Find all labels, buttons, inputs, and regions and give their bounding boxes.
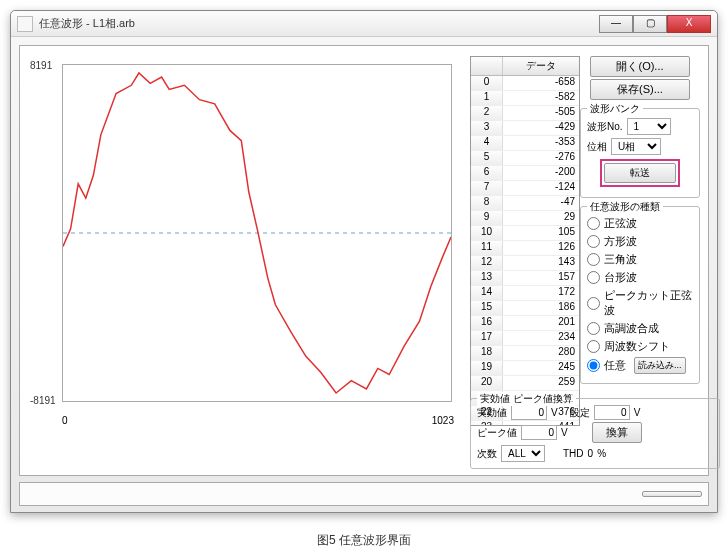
maximize-button[interactable]: ▢ [633,15,667,33]
table-row[interactable]: 14172 [471,286,579,301]
table-row[interactable]: 10105 [471,226,579,241]
open-button[interactable]: 開く(O)... [590,56,690,77]
window-title: 任意波形 - L1相.arb [39,16,599,31]
save-button[interactable]: 保存(S)... [590,79,690,100]
thd-label: THD [563,448,584,459]
peak-label: ピーク値 [477,426,517,440]
table-row[interactable]: 15186 [471,301,579,316]
table-row[interactable]: 2-505 [471,106,579,121]
wave-type-title: 任意波形の種類 [587,200,663,214]
rms-panel: 実効値 ピーク値換算 実効値 V 設定 V ピーク値 V 換算 次数 [470,390,720,469]
phase-label: 位相 [587,140,607,154]
minimize-button[interactable]: — [599,15,633,33]
client-area: 8191 -8191 0 1023 データ 0-6581-5822-5053-4… [19,45,709,476]
peak-unit: V [561,427,568,438]
table-row[interactable]: 20259 [471,376,579,391]
thd-pct: % [597,448,606,459]
y-max-label: 8191 [30,60,52,71]
table-row[interactable]: 5-276 [471,151,579,166]
table-row[interactable]: 12143 [471,256,579,271]
right-panel: 開く(O)... 保存(S)... 波形バンク 波形No. 1 位相 U相 転送… [580,54,700,384]
thd-value: 0 [588,448,594,459]
table-row[interactable]: 8-47 [471,196,579,211]
app-window: 任意波形 - L1相.arb — ▢ X 8191 -8191 0 1023 デ… [10,10,718,513]
rms-unit: V [551,407,558,418]
calc-button[interactable]: 換算 [592,422,642,443]
x-min-label: 0 [62,415,68,426]
table-row[interactable]: 929 [471,211,579,226]
set-unit: V [634,407,641,418]
wave-bank-group: 波形バンク 波形No. 1 位相 U相 転送 [580,108,700,198]
chart-canvas [62,64,452,402]
load-button[interactable]: 読み込み... [634,357,686,374]
set-input[interactable] [594,405,630,420]
table-row[interactable]: 16201 [471,316,579,331]
wavetype-option[interactable]: 任意読み込み... [587,357,693,374]
order-select[interactable]: ALL [501,445,545,462]
set-label: 設定 [570,406,590,420]
y-min-label: -8191 [30,395,56,406]
close-button[interactable]: X [667,15,711,33]
table-row[interactable]: 17234 [471,331,579,346]
rms-input[interactable] [511,405,547,420]
app-icon [17,16,33,32]
table-row[interactable]: 18280 [471,346,579,361]
wavetype-option[interactable]: 三角波 [587,252,693,267]
table-row[interactable]: 4-353 [471,136,579,151]
table-header: データ [471,57,579,76]
row-header-blank [471,57,503,75]
peak-input[interactable] [521,425,557,440]
table-row[interactable]: 1-582 [471,91,579,106]
titlebar: 任意波形 - L1相.arb — ▢ X [11,11,717,37]
table-row[interactable]: 7-124 [471,181,579,196]
wave-bank-title: 波形バンク [587,102,643,116]
table-row[interactable]: 3-429 [471,121,579,136]
data-column-header: データ [503,57,579,75]
table-row[interactable]: 13157 [471,271,579,286]
data-table: データ 0-6581-5822-5053-4294-3535-2766-2007… [470,56,580,426]
table-row[interactable]: 19245 [471,361,579,376]
wave-no-label: 波形No. [587,120,623,134]
rms-label: 実効値 [477,406,507,420]
wavetype-option[interactable]: 方形波 [587,234,693,249]
rms-title: 実効値 ピーク値換算 [477,392,576,406]
transfer-button[interactable]: 転送 [604,163,676,183]
wavetype-option[interactable]: 周波数シフト [587,339,693,354]
wavetype-option[interactable]: ピークカット正弦波 [587,288,693,318]
phase-select[interactable]: U相 [611,138,661,155]
table-row[interactable]: 11126 [471,241,579,256]
wavetype-option[interactable]: 台形波 [587,270,693,285]
window-buttons: — ▢ X [599,15,711,33]
table-row[interactable]: 0-658 [471,76,579,91]
figure-caption: 图5 任意波形界面 [0,532,728,549]
wavetype-option[interactable]: 高調波合成 [587,321,693,336]
order-label: 次数 [477,447,497,461]
transfer-highlight: 転送 [600,159,680,187]
ok-button[interactable] [642,491,702,497]
footer-bar [19,482,709,506]
table-row[interactable]: 6-200 [471,166,579,181]
wavetype-option[interactable]: 正弦波 [587,216,693,231]
waveform-chart: 8191 -8191 0 1023 [30,56,460,426]
wave-no-select[interactable]: 1 [627,118,671,135]
wave-type-group: 任意波形の種類 正弦波方形波三角波台形波ピークカット正弦波高調波合成周波数シフト… [580,206,700,384]
x-max-label: 1023 [432,415,454,426]
table-body[interactable]: 0-6581-5822-5053-4294-3535-2766-2007-124… [471,76,579,426]
